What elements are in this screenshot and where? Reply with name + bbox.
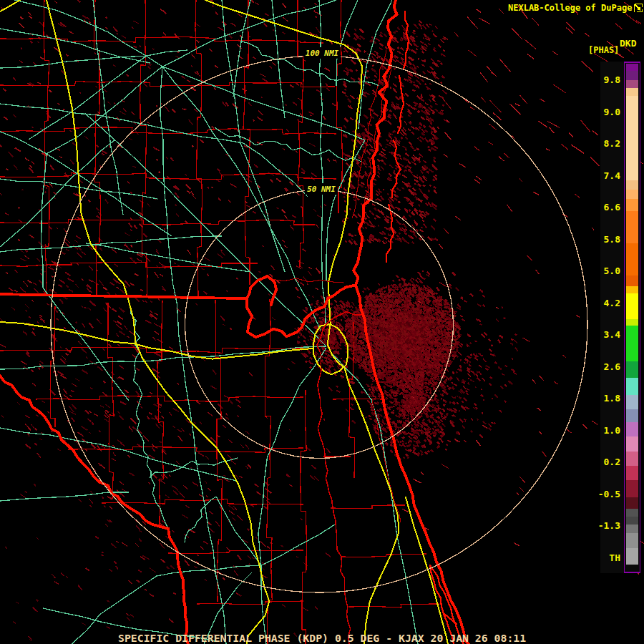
echo-dash [419, 340, 421, 341]
echo-dash [410, 320, 411, 321]
echo-dash [346, 305, 347, 306]
echo-dash [459, 410, 460, 411]
echo-dash [430, 434, 431, 435]
echo-dash [393, 406, 394, 407]
echo-dash [413, 293, 414, 295]
echo-dash [396, 395, 396, 396]
echo-dash [406, 338, 407, 340]
echo-dash [423, 338, 424, 340]
echo-dash [391, 371, 392, 373]
echo-dash [384, 352, 386, 353]
echo-dash [413, 450, 415, 452]
echo-dash [410, 364, 411, 366]
echo-dash [425, 290, 427, 291]
echo-dash [359, 337, 361, 338]
echo-dash [425, 432, 426, 434]
echo-dash [441, 331, 443, 331]
echo-dash [441, 54, 442, 55]
colorbar-band [626, 395, 638, 409]
echo-dash [444, 380, 447, 381]
echo-dash [438, 351, 440, 352]
echo-dash [433, 326, 435, 328]
echo-dash [389, 336, 391, 337]
product-code-label: DKD [620, 38, 637, 49]
echo-dash [429, 318, 430, 320]
echo-dash [414, 291, 416, 293]
echo-dash [382, 332, 384, 333]
colorbar-tick-label: 0.2 [604, 457, 620, 467]
echo-dash [434, 313, 435, 316]
echo-dash [362, 324, 364, 326]
echo-dash [419, 291, 420, 293]
echo-dash [433, 435, 436, 436]
echo-dash [396, 353, 399, 354]
echo-dash [425, 356, 426, 358]
echo-dash [445, 354, 447, 356]
echo-dash [394, 361, 396, 363]
echo-dash [374, 318, 375, 320]
caption-text: SPECIFIC DIFFERENTIAL PHASE (KDP) 0.5 DE… [118, 632, 526, 644]
echo-dash [372, 351, 374, 353]
echo-dash [410, 308, 411, 310]
echo-dash [394, 285, 396, 286]
echo-dash [419, 157, 421, 158]
echo-dash [368, 297, 369, 298]
echo-dash [434, 398, 437, 399]
echo-dash [404, 300, 406, 301]
echo-dash [395, 301, 396, 302]
echo-dash [431, 345, 433, 346]
echo-dash [422, 307, 424, 308]
echo-dash [356, 358, 358, 359]
echo-dash [376, 302, 377, 303]
echo-dash [511, 339, 513, 341]
echo-dash [439, 421, 440, 424]
echo-dash [345, 306, 346, 306]
echo-dash [395, 306, 396, 307]
echo-dash [409, 371, 410, 372]
echo-dash [418, 379, 419, 379]
echo-dash [396, 168, 397, 170]
echo-dash [409, 334, 411, 336]
echo-dash [441, 338, 442, 339]
echo-dash [444, 313, 446, 315]
echo-dash [369, 389, 371, 391]
echo-dash [365, 213, 366, 213]
echo-dash [382, 68, 384, 70]
echo-dash [414, 441, 415, 441]
echo-dash [381, 318, 382, 320]
echo-dash [433, 353, 434, 355]
echo-dash [449, 321, 451, 323]
echo-dash [369, 368, 371, 369]
echo-dash [409, 296, 410, 296]
echo-dash [398, 413, 399, 414]
echo-dash [399, 350, 401, 351]
echo-dash [405, 286, 407, 287]
echo-dash [492, 345, 493, 346]
echo-dash [378, 367, 379, 369]
echo-dash [425, 316, 426, 316]
echo-dash [361, 347, 364, 348]
echo-dash [417, 138, 419, 139]
echo-dash [436, 429, 437, 431]
echo-dash [419, 351, 420, 352]
echo-dash [391, 324, 394, 326]
echo-dash [343, 197, 346, 197]
echo-dash [441, 398, 442, 399]
echo-dash [406, 358, 409, 359]
echo-dash [407, 411, 409, 412]
echo-dash [371, 342, 372, 343]
echo-dash [380, 293, 381, 294]
echo-dash [445, 316, 447, 317]
echo-dash [424, 215, 425, 217]
echo-dash [371, 406, 373, 408]
echo-dash [421, 401, 421, 401]
echo-dash [409, 284, 410, 285]
echo-dash [441, 303, 442, 304]
echo-dash [457, 338, 459, 339]
echo-dash [377, 374, 379, 376]
echo-dash [424, 341, 426, 343]
echo-dash [423, 312, 425, 313]
echo-dash [420, 333, 421, 334]
echo-dash [307, 283, 308, 285]
echo-dash [378, 378, 379, 379]
